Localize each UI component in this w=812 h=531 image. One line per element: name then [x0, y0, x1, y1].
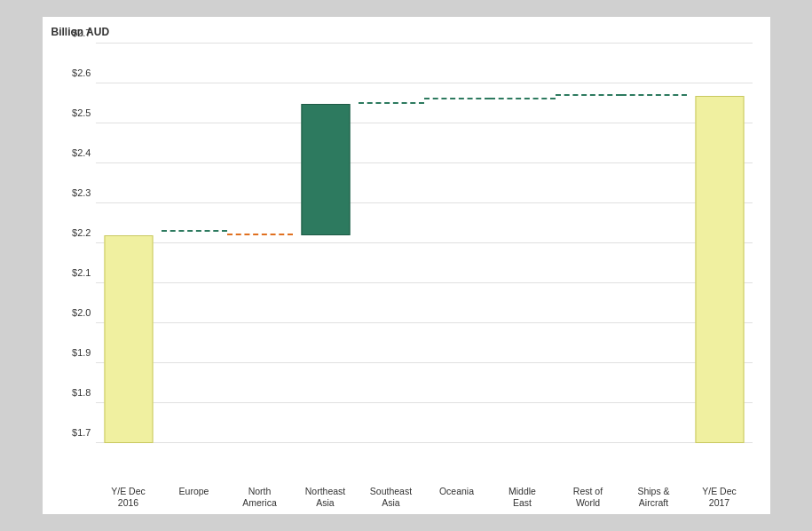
bar-group-ye-dec-2016: [96, 44, 162, 443]
y-axis-label: $2.2: [72, 227, 91, 238]
x-label-northeast-asia: NortheastAsia: [293, 486, 359, 510]
bar-group-southeast-asia: [359, 44, 424, 443]
y-axis-label: $2.6: [72, 67, 91, 78]
bar-group-europe: [162, 44, 227, 443]
bars-area: [96, 44, 753, 443]
y-axis-label: $2.4: [72, 147, 91, 158]
dashed-line-ships-aircraft: [621, 94, 687, 96]
y-axis-label: $1.7: [72, 427, 91, 438]
bar-group-ships-aircraft: [621, 44, 687, 443]
bar-group-oceania: [424, 44, 490, 443]
bar-ye-dec-2016: [104, 235, 153, 443]
bar-group-north-america: [227, 44, 293, 443]
dashed-line-europe: [162, 230, 227, 232]
dashed-line-rest-of-world: [556, 94, 621, 96]
dashed-line-north-america: [227, 234, 293, 235]
x-label-rest-of-world: Rest ofWorld: [556, 486, 621, 510]
dashed-line-southeast-asia: [359, 102, 424, 104]
y-axis-label: $2.5: [72, 107, 91, 118]
x-axis-labels: Y/E Dec2016EuropeNorthAmericaNortheastAs…: [96, 486, 753, 510]
bar-ye-dec-2017: [695, 96, 744, 444]
bar-northeast-asia: [301, 104, 350, 236]
dashed-line-oceania: [424, 98, 490, 99]
x-label-ships-aircraft: Ships &Aircraft: [621, 486, 687, 510]
bar-group-middle-east: [490, 44, 556, 443]
chart-container: Billion AUD $2.7$2.6$2.5$2.4$2.3$2.2$2.1…: [43, 17, 770, 514]
x-label-southeast-asia: SoutheastAsia: [359, 486, 424, 510]
bar-group-northeast-asia: [293, 44, 359, 443]
y-axis-label: $1.9: [72, 347, 91, 358]
chart-area: $2.7$2.6$2.5$2.4$2.3$2.2$2.1$2.0$1.9$1.8…: [96, 44, 753, 443]
bar-group-rest-of-world: [556, 44, 621, 443]
x-label-north-america: NorthAmerica: [227, 486, 293, 510]
x-label-europe: Europe: [162, 486, 227, 510]
x-label-ye-dec-2016: Y/E Dec2016: [96, 486, 162, 510]
y-axis-label: $1.8: [72, 387, 91, 398]
x-label-middle-east: MiddleEast: [490, 486, 556, 510]
y-axis-label: $2.7: [72, 28, 91, 38]
x-label-ye-dec-2017: Y/E Dec2017: [687, 486, 753, 510]
y-axis-label: $2.0: [72, 307, 91, 318]
y-axis-label: $2.1: [72, 267, 91, 278]
x-label-oceania: Oceania: [424, 486, 490, 510]
y-axis-label: $2.3: [72, 187, 91, 198]
dashed-line-middle-east: [490, 98, 556, 99]
bar-group-ye-dec-2017: [687, 44, 753, 443]
